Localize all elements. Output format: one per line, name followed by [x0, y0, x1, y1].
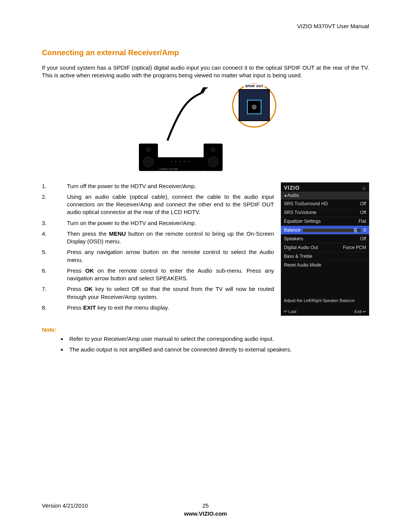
osd-row-label: Reset Audio Mode: [284, 262, 321, 268]
step-4: Then press the MENU button on the remote…: [42, 230, 274, 246]
step-8: Press EXIT key to exit the menu display.: [42, 304, 274, 312]
osd-row-3: Balance0: [281, 225, 369, 234]
osd-row-6: Bass & Treble: [281, 252, 369, 260]
steps-list: Turn off the power to the HDTV and Recei…: [42, 182, 274, 316]
osd-slider-icon: [303, 228, 361, 232]
optical-cable-icon: [166, 87, 223, 144]
speaker-right-icon: [204, 144, 223, 171]
step-3: Turn on the power to the HDTV and Receiv…: [42, 219, 274, 227]
intro-paragraph: If your sound system has a SPDIF (optica…: [42, 64, 369, 80]
osd-row-1: SRS TruVolumeOff: [281, 208, 369, 217]
speaker-left-icon: [139, 144, 158, 171]
note-2: The audio output is not amplified and ca…: [67, 346, 369, 353]
osd-footer-last: ↶ Last: [284, 309, 296, 314]
spdif-label: SPDIF OUT: [244, 84, 264, 88]
osd-row-label: Bass & Treble: [284, 254, 312, 259]
page: VIZIO M370VT User Manual Connecting an e…: [0, 0, 411, 532]
step-1: Turn off the power to the HDTV and Recei…: [42, 182, 274, 190]
osd-row-label: Balance: [284, 227, 300, 233]
step-7: Press OK key to select Off so that the s…: [42, 285, 274, 301]
footer-page-number: 25: [202, 502, 209, 509]
step-5: Press any navigation arrow button on the…: [42, 248, 274, 264]
osd-brand: VIZIO: [284, 185, 300, 191]
note-1: Refer to your Receiver/Amp user manual t…: [67, 335, 369, 343]
step-2: Using an audio cable (optical cable), co…: [42, 193, 274, 216]
osd-row-0: SRS TruSurround HDOff: [281, 199, 369, 208]
osd-screenshot: VIZIO ⌂ ◂ Audio SRS TruSurround HDOffSRS…: [281, 182, 369, 316]
osd-row-label: Equalizer Settings: [284, 219, 321, 224]
figure-speakers-amp: ● ● ● ● ● STEREO SYSTEM: [139, 83, 223, 171]
osd-help-text: Adjust the Left/Right Speaker Balance: [284, 298, 366, 303]
note-label: Note:: [42, 326, 369, 333]
osd-row-5: Digital Audio OutForce PCM: [281, 243, 369, 252]
osd-row-7: Reset Audio Mode: [281, 260, 369, 269]
osd-row-value: Flat: [358, 219, 366, 224]
osd-row-2: Equalizer SettingsFlat: [281, 217, 369, 225]
page-footer: Version 4/21/2010 25 www.VIZIO.com: [42, 502, 369, 517]
spdif-callout: SPDIF OUT: [232, 83, 276, 128]
spdif-port-icon: [247, 100, 261, 114]
osd-row-value: Off: [360, 201, 366, 206]
doc-title: VIZIO M370VT User Manual: [42, 23, 369, 29]
footer-version: Version 4/21/2010: [42, 502, 88, 509]
back-arrow-icon: ◂: [284, 193, 287, 198]
notes-list: Refer to your Receiver/Amp user manual t…: [42, 335, 369, 354]
osd-menu-title: ◂ Audio: [281, 192, 369, 199]
osd-row-label: SRS TruSurround HD: [284, 201, 328, 206]
osd-row-label: SRS TruVolume: [284, 210, 316, 215]
osd-row-value: Off: [360, 210, 366, 215]
spdif-panel-icon: [239, 89, 270, 121]
amp-label: STEREO SYSTEM: [159, 168, 178, 170]
osd-row-4: SpeakersOff: [281, 234, 369, 243]
osd-footer-exit: Exit ↩: [355, 309, 366, 314]
figure-area: ● ● ● ● ● STEREO SYSTEM SPDIF OUT: [42, 83, 369, 171]
amplifier-icon: ● ● ● ● ● STEREO SYSTEM: [157, 157, 204, 171]
step-6: Press OK on the remote control to enter …: [42, 267, 274, 283]
osd-row-value: Force PCM: [343, 245, 366, 250]
home-icon: ⌂: [363, 185, 366, 191]
footer-url: www.VIZIO.com: [42, 510, 369, 517]
osd-row-value: Off: [360, 236, 366, 241]
osd-row-value: 0: [363, 227, 366, 233]
section-title: Connecting an external Receiver/Amp: [42, 48, 369, 57]
osd-row-label: Digital Audio Out: [284, 245, 318, 250]
osd-row-label: Speakers: [284, 236, 303, 241]
